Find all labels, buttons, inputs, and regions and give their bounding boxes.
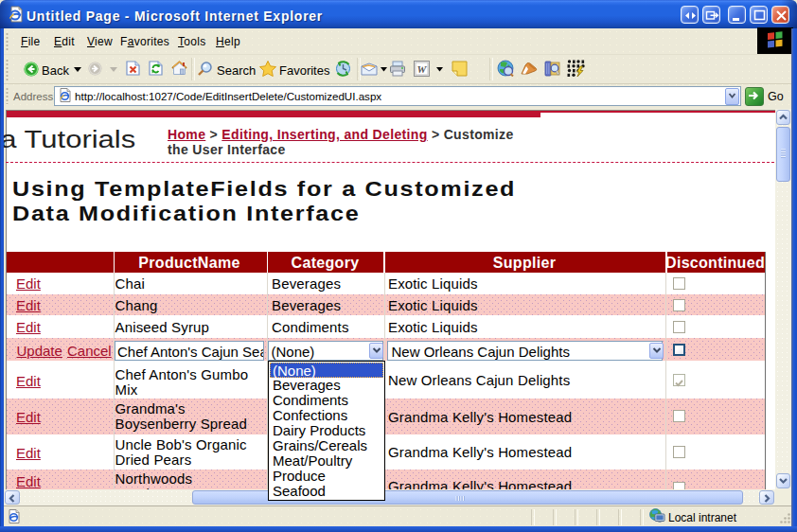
svg-text:W: W xyxy=(417,63,428,75)
